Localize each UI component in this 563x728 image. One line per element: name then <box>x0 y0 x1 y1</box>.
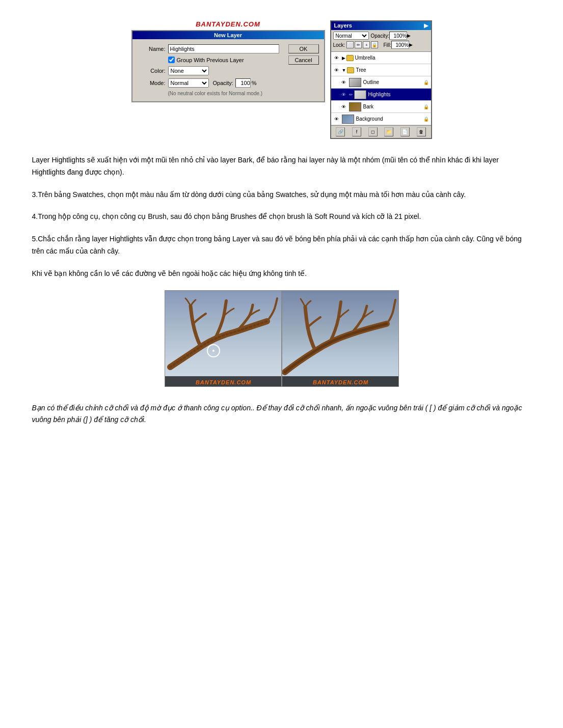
paragraph-5: Khi vẽ bạn không cần lo về các đường vẽ … <box>32 268 531 280</box>
paragraph-4-text: 5.Chắc chắn rằng layer Hightlights vẫn đ… <box>32 235 522 255</box>
color-label: Color: <box>138 68 166 74</box>
name-label: Name: <box>138 46 166 52</box>
dialog-body: Name: Group With Previous Layer Color: <box>132 39 324 101</box>
add-mask-btn[interactable]: ◻ <box>368 127 378 136</box>
thumb-outline <box>349 78 361 87</box>
tree-image-right: BANTAYDEN.COM <box>282 290 399 387</box>
layers-panel: Layers ▶ Normal Opacity: ▶ Lock: ⬜ <box>330 20 432 139</box>
layer-background[interactable]: 👁 Background 🔒 <box>331 113 431 125</box>
checkbox-row: Group With Previous Layer <box>168 57 279 63</box>
add-style-btn[interactable]: f <box>352 127 361 136</box>
brush-center <box>212 350 215 352</box>
delete-layer-btn[interactable]: 🗑 <box>417 127 426 136</box>
layers-panel-title: Layers ▶ <box>331 21 431 30</box>
eye-background[interactable]: 👁 <box>333 116 340 123</box>
thumb-background <box>342 115 354 124</box>
expand-umbrella: ▶ <box>342 55 345 61</box>
link-layers-btn[interactable]: 🔗 <box>336 127 345 136</box>
italic-text-content: Bạn có thể điều chỉnh cỡ chổi và độ mờ đ… <box>32 404 522 424</box>
tree-canvas-right: BANTAYDEN.COM <box>282 291 399 387</box>
layer-name-umbrella: Umbrella <box>355 55 429 61</box>
layer-highlights[interactable]: 👁 ✏ Highlights <box>331 89 431 101</box>
opacity-label: Opacity: <box>213 80 233 86</box>
lock-icon-3[interactable]: + <box>363 41 370 48</box>
thumb-bark <box>349 102 361 111</box>
lock-icons: ⬜ ✏ + 🔒 <box>346 41 378 48</box>
eye-umbrella[interactable]: 👁 <box>333 54 340 62</box>
layer-umbrella[interactable]: 👁 ▶ Umbrella <box>331 52 431 64</box>
cancel-button[interactable]: Cancel <box>288 55 319 65</box>
layers-panel-arrow: ▶ <box>424 22 428 29</box>
paragraph-2-text: 3.Trên bảng Swatches, chọn một màu nâu ấ… <box>32 190 466 199</box>
expand-tree: ▼ <box>342 68 346 73</box>
layer-outline[interactable]: 👁 Outline 🔒 <box>331 76 431 89</box>
layer-bark[interactable]: 👁 Bark 🔒 <box>331 101 431 113</box>
lock-icon-4[interactable]: 🔒 <box>371 41 378 48</box>
right-watermark-text: BANTAYDEN.COM <box>313 379 368 385</box>
lock-fill-row: Lock: ⬜ ✏ + 🔒 Fill: ▶ <box>333 41 429 49</box>
blend-mode-select[interactable]: Normal <box>333 32 369 40</box>
color-select[interactable]: None <box>168 66 209 75</box>
layer-tree-group[interactable]: 👁 ▼ Tree <box>331 64 431 76</box>
dialog-buttons: OK Cancel <box>288 44 319 65</box>
lock-background: 🔒 <box>423 117 429 122</box>
paragraph-1-text: Layer Hightlights sẽ xuất hiện với một m… <box>32 156 499 176</box>
mode-label: Mode: <box>138 80 166 86</box>
lock-bark: 🔒 <box>423 104 429 109</box>
dialog-title-bar: New Layer <box>132 31 324 39</box>
opacity-ctrl-label: Opacity: <box>371 33 390 39</box>
opacity-input[interactable] <box>235 78 251 88</box>
lock-icon-2[interactable]: ✏ <box>355 41 362 48</box>
paragraph-2: 3.Trên bảng Swatches, chọn một màu nâu ấ… <box>32 189 531 201</box>
eye-outline[interactable]: 👁 <box>340 79 347 86</box>
lock-outline: 🔒 <box>423 80 429 85</box>
top-screenshots-area: BANTAYDEN.COM New Layer Name: <box>32 20 531 139</box>
eye-tree[interactable]: 👁 <box>333 67 340 74</box>
thumb-highlights <box>354 90 366 99</box>
fill-label: Fill: <box>383 42 391 48</box>
checkbox-label: Group With Previous Layer <box>177 57 244 63</box>
brush-icon-highlights: ✏ <box>349 92 353 97</box>
right-image-watermark: BANTAYDEN.COM <box>282 376 399 387</box>
layers-controls: Normal Opacity: ▶ Lock: ⬜ ✏ + 🔒 Fill: <box>331 30 431 52</box>
eye-highlights[interactable]: 👁 <box>340 91 347 98</box>
new-layer-dialog: New Layer Name: G <box>131 30 325 102</box>
dialog-title: New Layer <box>214 32 242 38</box>
new-group-btn[interactable]: 📁 <box>384 127 393 136</box>
paragraph-4: 5.Chắc chắn rằng layer Hightlights vẫn đ… <box>32 233 531 258</box>
paragraph-1: Layer Hightlights sẽ xuất hiện với một m… <box>32 154 531 179</box>
tree-image-left: BANTAYDEN.COM <box>165 290 282 387</box>
mode-select[interactable]: Normal <box>168 78 209 88</box>
dialog-note: (No neutral color exists for Normal mode… <box>168 91 279 96</box>
name-input[interactable] <box>168 44 279 53</box>
fill-arrow: ▶ <box>409 42 413 47</box>
left-image-watermark: BANTAYDEN.COM <box>165 376 282 387</box>
layer-name-background: Background <box>356 116 422 122</box>
opacity-ctrl-input[interactable] <box>389 32 407 40</box>
fill-input[interactable] <box>391 41 409 49</box>
opacity-unit: % <box>252 80 257 86</box>
opacity-arrow: ▶ <box>407 33 411 38</box>
layers-title-text: Layers <box>334 22 352 29</box>
group-checkbox[interactable] <box>168 57 175 63</box>
paragraph-5-text: Khi vẽ bạn không cần lo về các đường vẽ … <box>32 269 307 277</box>
paragraph-3-text: 4.Trong hộp công cụ, chọn công cụ Brush,… <box>32 212 421 220</box>
folder-umbrella <box>346 55 354 61</box>
ok-button[interactable]: OK <box>288 44 319 53</box>
lock-label: Lock: <box>333 42 345 48</box>
layer-list: 👁 ▶ Umbrella 👁 ▼ Tree 👁 Outline <box>331 52 431 125</box>
layers-panel-bottom: 🔗 f ◻ 📁 📄 🗑 <box>331 125 431 138</box>
watermark-text: BANTAYDEN.COM <box>196 20 260 28</box>
normal-opacity-row: Normal Opacity: ▶ <box>333 32 429 40</box>
branch-svg-right <box>282 291 399 387</box>
layer-name-tree: Tree <box>356 67 428 73</box>
lock-icon-1[interactable]: ⬜ <box>346 41 354 48</box>
name-row: Name: <box>138 44 279 53</box>
new-layer-btn[interactable]: 📄 <box>400 127 410 136</box>
tree-images-container: BANTAYDEN.COM <box>32 290 531 387</box>
dialog-columns: Name: Group With Previous Layer Color: <box>138 44 319 96</box>
eye-bark[interactable]: 👁 <box>340 103 347 110</box>
branch-svg-left <box>165 291 282 387</box>
layer-name-highlights: Highlights <box>368 92 429 97</box>
page-content: BANTAYDEN.COM New Layer Name: <box>32 20 531 426</box>
